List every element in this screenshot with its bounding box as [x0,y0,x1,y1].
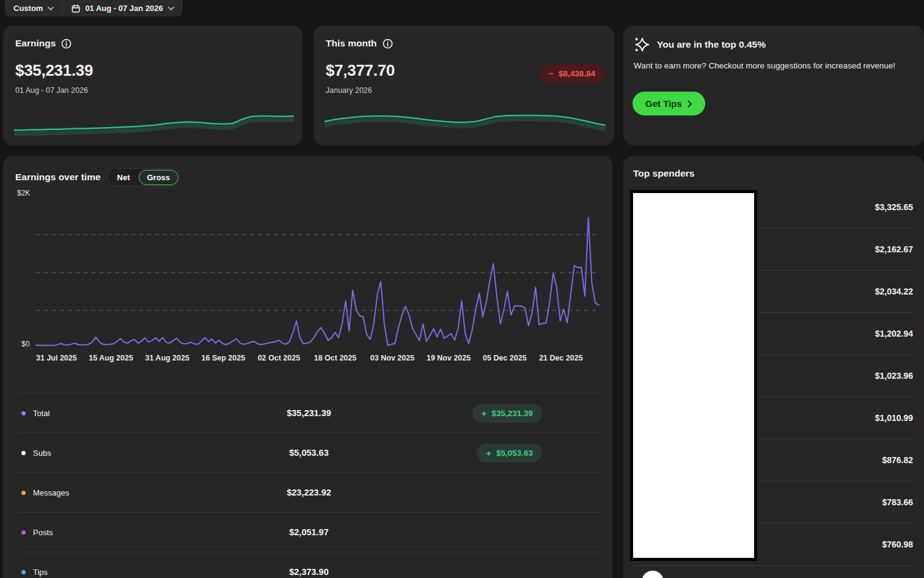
x-tick: 19 Nov 2025 [427,354,471,362]
get-tips-button[interactable]: Get Tips [632,92,705,115]
spender-amount: $760.98 [882,540,914,549]
date-range-dropdown[interactable]: 01 Aug - 07 Jan 2026 [63,0,182,16]
spender-amount: $1,010.99 [875,413,914,423]
row-label: Posts [33,528,53,537]
row-value: $2,051.97 [212,527,406,537]
x-tick: 31 Aug 2025 [145,354,189,362]
top-spenders-panel: Top spenders $3,325.65 $2,162.67 $2,034.… [623,156,924,578]
earnings-card-title: Earnings [15,38,56,49]
x-axis-labels: 31 Jul 2025 15 Aug 2025 31 Aug 2025 16 S… [36,354,599,364]
this-month-period: January 2026 [326,86,372,95]
breakdown-row-subs[interactable]: Subs $5,053.63 +$5,053.63 [18,433,600,472]
this-month-card-title: This month [326,38,377,49]
x-tick: 21 Dec 2025 [539,354,583,362]
spender-amount: $1,202.94 [875,329,914,338]
info-icon[interactable] [61,38,72,49]
row-label: Tips [33,568,48,577]
main-content: Earnings over time Net Gross $2K $0 31 J… [3,156,924,578]
get-tips-label: Get Tips [645,98,682,109]
top-percent-card: You are in the top 0.45% Want to earn mo… [623,26,924,145]
chevron-down-icon [48,7,54,10]
earnings-amount: $35,231.39 [15,61,93,80]
range-preset-dropdown[interactable]: Custom [5,0,62,16]
sparkle-icon [633,35,651,54]
date-range-label: 01 Aug - 07 Jan 2026 [85,4,163,13]
badge-amount: $35,231.39 [491,409,533,418]
breakdown-row-total[interactable]: Total $35,231.39 +$35,231.39 [18,393,600,433]
earnings-over-time-panel: Earnings over time Net Gross $2K $0 31 J… [3,156,612,578]
plus-sign: + [486,448,491,458]
top-percent-description: Want to earn more? Checkout more suggest… [634,60,897,71]
earnings-breakdown-table: Total $35,231.39 +$35,231.39 Subs $5,053… [18,393,600,578]
date-filter-bar: Custom 01 Aug - 07 Jan 2026 [5,0,183,16]
toggle-net[interactable]: Net [109,170,139,185]
x-tick: 15 Aug 2025 [89,354,133,362]
x-tick: 02 Oct 2025 [258,354,301,362]
chevron-right-icon [688,100,692,108]
earnings-card: Earnings $35,231.39 01 Aug - 07 Jan 2026 [3,26,302,145]
total-series-dot [21,411,26,415]
chevron-down-icon [168,7,174,10]
earnings-period: 01 Aug - 07 Jan 2026 [15,86,88,95]
stat-cards-row: Earnings $35,231.39 01 Aug - 07 Jan 2026… [3,26,924,145]
range-preset-label: Custom [13,4,43,13]
top-percent-title: You are in the top 0.45% [657,39,766,50]
info-icon[interactable] [383,38,393,49]
spender-amount: $3,325.65 [875,202,914,212]
posts-series-dot [21,530,26,535]
minus-sign: − [549,69,554,78]
tips-series-dot [21,570,26,574]
breakdown-row-tips[interactable]: Tips $2,373.90 [18,552,600,578]
x-tick: 16 Sep 2025 [202,354,246,362]
earnings-sparkline [14,110,294,137]
x-tick: 31 Jul 2025 [36,354,77,362]
spender-amount: $1,023.96 [875,371,914,381]
x-tick: 03 Nov 2025 [370,354,414,362]
row-label: Messages [33,488,69,497]
subs-series-dot [21,451,26,455]
row-value: $23,223.92 [212,488,406,497]
spender-amount: $2,034.22 [875,287,914,296]
messages-series-dot [21,491,26,495]
spender-amount: $876.82 [882,455,914,465]
x-tick: 18 Oct 2025 [314,354,357,362]
y-axis-min-label: $0 [21,340,29,348]
breakdown-row-posts[interactable]: Posts $2,051.97 [18,512,600,552]
net-gross-toggle: Net Gross [107,168,181,186]
row-value: $5,053.63 [212,448,406,458]
spender-amount: $783.66 [882,497,914,507]
earnings-line-chart[interactable] [36,197,599,348]
plus-sign: + [482,409,487,418]
negative-change-amount: $8,438.84 [559,69,595,78]
this-month-amount: $7,377.70 [326,61,395,80]
positive-change-badge: +$35,231.39 [472,404,542,423]
badge-amount: $5,053.63 [496,448,533,458]
avatar [642,571,664,578]
row-value: $35,231.39 [212,408,406,418]
privacy-redaction-box [630,190,757,561]
row-label: Total [33,409,50,418]
calendar-icon [72,4,80,13]
toggle-gross[interactable]: Gross [139,170,179,185]
chart-title: Earnings over time [15,172,101,183]
row-value: $2,373.90 [212,567,406,577]
row-label: Subs [33,448,51,458]
negative-change-badge: − $8,438.84 [540,64,604,83]
positive-change-badge: +$5,053.63 [477,444,542,463]
top-spenders-title: Top spenders [633,168,694,179]
breakdown-row-messages[interactable]: Messages $23,223.92 [18,472,600,512]
this-month-card: This month $7,377.70 January 2026 − $8,4… [314,26,614,145]
spender-amount: $2,162.67 [875,244,914,254]
y-axis-max-label: $2K [17,189,30,197]
this-month-sparkline [324,110,606,137]
x-tick: 05 Dec 2025 [483,354,527,362]
